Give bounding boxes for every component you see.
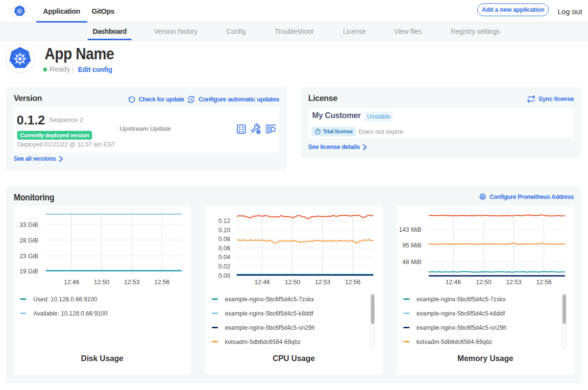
svg-text:12:50: 12:50	[94, 279, 109, 286]
svg-text:12:53: 12:53	[506, 279, 521, 286]
svg-text:0.08: 0.08	[219, 236, 230, 243]
svg-text:48 MiB: 48 MiB	[402, 259, 421, 266]
svg-text:19 GiB: 19 GiB	[20, 268, 38, 275]
svg-text:23 GiB: 23 GiB	[20, 253, 38, 260]
svg-text:33 GiB: 33 GiB	[20, 221, 38, 228]
svg-text:0.00: 0.00	[219, 272, 230, 279]
svg-text:12:53: 12:53	[315, 279, 330, 286]
svg-text:12:56: 12:56	[154, 279, 170, 286]
svg-text:28 GiB: 28 GiB	[20, 237, 38, 244]
svg-text:0.10: 0.10	[219, 227, 230, 234]
svg-text:0.04: 0.04	[219, 254, 230, 261]
svg-text:12:50: 12:50	[476, 279, 491, 286]
svg-text:0.12: 0.12	[219, 218, 230, 224]
svg-text:95 MiB: 95 MiB	[402, 242, 421, 249]
svg-text:12:46: 12:46	[445, 279, 461, 286]
svg-text:12:56: 12:56	[536, 279, 551, 286]
svg-text:0.02: 0.02	[219, 263, 230, 270]
svg-text:0.06: 0.06	[219, 245, 230, 252]
svg-text:12:56: 12:56	[345, 279, 360, 286]
svg-text:143 MiB: 143 MiB	[399, 226, 421, 233]
svg-text:12:46: 12:46	[64, 279, 79, 286]
svg-text:12:53: 12:53	[124, 279, 139, 286]
svg-text:12:46: 12:46	[254, 279, 270, 286]
svg-text:12:50: 12:50	[285, 279, 300, 286]
